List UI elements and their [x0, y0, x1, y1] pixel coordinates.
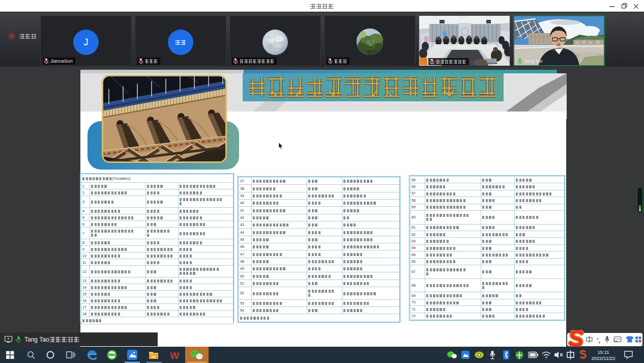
svg-text:’,: ’, — [597, 337, 600, 344]
svg-text:W: W — [170, 350, 179, 361]
svg-text:15:11: 15:11 — [597, 349, 609, 355]
svg-text:2022/11/22: 2022/11/22 — [592, 355, 616, 361]
